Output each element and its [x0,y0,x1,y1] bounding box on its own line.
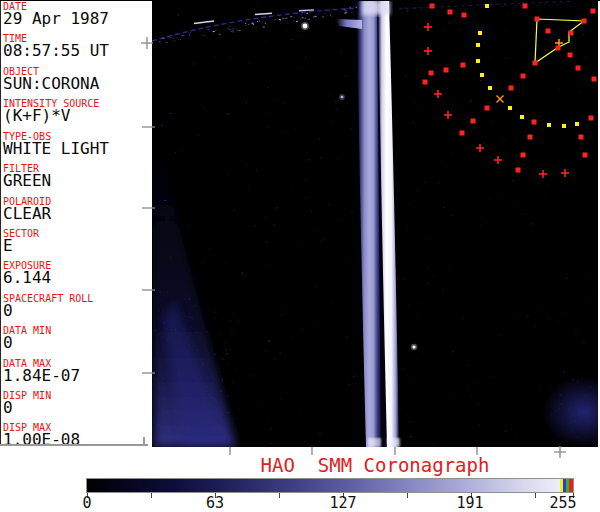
noise-speck [233,314,234,315]
noise-speck [418,72,419,73]
noise-speck [345,76,347,77]
field-value: 29 Apr 1987 [3,12,109,26]
noise-speck [352,158,353,159]
noise-speck [214,312,216,313]
noise-speck [509,5,510,6]
noise-speck [301,67,302,68]
noise-speck [524,214,525,215]
noise-speck [346,8,348,9]
noise-speck [208,183,209,184]
noise-speck [347,103,348,104]
noise-speck [314,237,315,238]
noise-speck [480,4,481,5]
noise-speck [468,389,469,390]
noise-speck [407,7,408,8]
star-marker [592,77,597,82]
noise-speck [250,375,252,376]
noise-speck [558,2,559,3]
noise-speck [445,166,447,167]
noise-speck [466,43,467,44]
noise-speck [219,34,221,35]
noise-speck [428,237,429,238]
noise-speck [348,384,349,385]
noise-speck [543,198,544,199]
noise-speck [272,282,273,283]
noise-speck [345,12,347,13]
noise-speck [515,437,516,438]
noise-speck [280,353,281,354]
noise-speck [563,372,564,373]
noise-speck [324,238,325,239]
noise-speck [515,21,516,22]
noise-speck [214,57,215,58]
noise-speck [301,222,302,223]
noise-speck [538,10,539,11]
colorbar-value-label: 127 [329,496,356,511]
noise-speck [548,318,549,319]
noise-speck [309,159,310,160]
noise-speck [406,75,407,76]
noise-speck [431,131,432,132]
colorbar-value-label: 255 [549,496,576,511]
noise-speck [334,254,335,255]
noise-speck [198,135,199,136]
colorbar-tick [407,493,408,498]
noise-speck [440,316,441,317]
noise-speck [280,23,281,24]
noise-speck [259,21,260,22]
noise-speck [274,358,275,359]
noise-speck [451,397,452,398]
star-marker [471,119,476,124]
page-title: HAO SMM Coronagraph [152,456,598,475]
noise-speck [458,76,459,77]
noise-speck [266,265,267,266]
noise-speck [451,152,453,153]
star-marker [521,74,526,79]
noise-speck [428,283,429,284]
noise-speck [280,391,281,392]
noise-speck [281,399,282,400]
noise-speck [405,7,406,8]
noise-speck [179,184,180,185]
noise-speck [280,20,281,21]
noise-speck [467,364,468,365]
noise-speck [296,21,298,22]
noise-speck [245,25,247,26]
noise-speck [305,18,306,19]
noise-speck [484,43,485,44]
noise-speck [557,33,558,34]
field-value: 0 [3,401,13,415]
noise-speck [548,22,549,23]
star-marker [480,73,484,77]
sidebar-bottom-divider [0,444,148,446]
noise-speck [481,151,482,152]
noise-speck [274,19,276,20]
noise-speck [266,242,267,243]
star-marker [535,17,540,22]
noise-speck [258,405,259,406]
noise-speck [560,55,561,56]
noise-speck [235,332,236,333]
star-marker [476,43,480,47]
noise-speck [462,318,463,319]
noise-speck [566,278,567,279]
noise-speck [495,4,496,5]
star-marker [532,120,537,125]
noise-speck [189,34,190,35]
field-value: CLEAR [3,207,51,221]
noise-speck [229,26,230,27]
noise-speck [283,309,284,310]
noise-speck [274,99,276,100]
noise-speck [558,322,559,323]
noise-speck [489,58,490,59]
field-value: 6.144 [3,271,51,285]
noise-speck [263,27,265,28]
noise-speck [539,387,540,388]
noise-speck [478,424,479,425]
noise-speck [220,333,221,334]
noise-speck [203,106,204,107]
noise-speck [308,19,310,20]
star-marker [569,31,574,36]
noise-speck [504,105,505,106]
noise-speck [268,341,270,342]
